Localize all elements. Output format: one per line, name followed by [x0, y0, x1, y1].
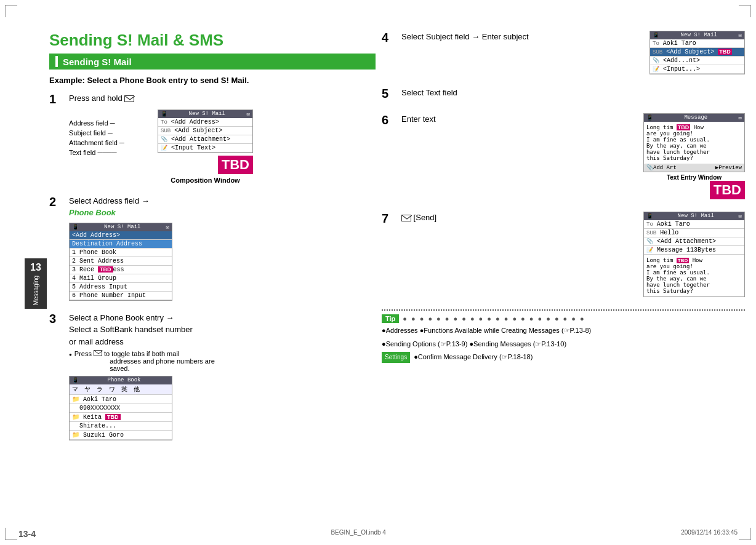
- field-label-address: Address field ─: [69, 119, 155, 127]
- date-info: 2009/12/14 16:33:45: [681, 529, 738, 539]
- screen2-row1: <Add Address>: [70, 231, 172, 240]
- screen7-row1: To Aoki Taro: [644, 220, 744, 229]
- screen6-header: 📱 Message ✉: [644, 114, 744, 122]
- step-3-screen: 📱 Phone Book マ ヤ ラ ワ 英 他 📁 Aoki Taro 090…: [69, 376, 376, 440]
- screen2-row6: 4 Mail Group: [70, 274, 172, 283]
- screen1-row4: 📝 <Input Text>: [158, 144, 252, 153]
- main-title: Sending S! Mail & SMS: [49, 31, 376, 50]
- step-2-text: Select Address field → Phone Book: [69, 195, 376, 219]
- screen1-row2: SUB <Add Subject>: [158, 127, 252, 135]
- step-7-screen: 📱 New S! Mail ✉ To Aoki Taro SUB Hello 📎…: [643, 212, 745, 297]
- step-6-number: 6: [382, 113, 396, 127]
- step-1: 1 Press and hold Address field ─: [49, 92, 376, 184]
- tip-dots: ● ● ● ● ● ● ● ● ● ● ● ● ● ● ● ● ● ● ● ● …: [403, 315, 585, 322]
- screen2-row5: 3 Rece TBDess: [70, 266, 172, 274]
- screen1-row3: 📎 <Add Attachment>: [158, 135, 252, 144]
- screen2-row8: 6 Phone Number Input: [70, 292, 172, 300]
- tbd-1: TBD: [158, 156, 253, 174]
- step-2-screen: 📱 New S! Mail ✉ <Add Address> Destinatio…: [69, 223, 376, 301]
- tip-text-settings: Settings ●Confirm Message Delivery (☞P.1…: [382, 352, 745, 363]
- tip-label: Tip: [382, 314, 399, 323]
- step-3-text: Select a Phone Book entry → Select a Sof…: [69, 312, 376, 348]
- screen2-row3: 1 Phone Book: [70, 249, 172, 257]
- tip-text-1: ●Addresses ●Functions Available while Cr…: [382, 325, 745, 336]
- chapter-sidebar: 13 Messaging: [25, 258, 47, 309]
- step-5: 5 Select Text field: [382, 87, 745, 101]
- step-3-content: Select a Phone Book entry → Select a Sof…: [69, 312, 376, 441]
- step-2-number: 2: [49, 195, 64, 209]
- field-label-subject: Subject field ─: [69, 129, 155, 137]
- screen1-header: 📱 New S! Mail ✉: [158, 110, 252, 118]
- step-1-content: Press and hold Address field ─ Subject f…: [69, 92, 376, 184]
- header-bar: [55, 56, 58, 67]
- screen7-row3: 📎 <Add Attachment>: [644, 237, 744, 246]
- composition-window-label: Composition Window: [158, 177, 253, 184]
- chapter-label: Messaging: [33, 276, 39, 305]
- step-3-number: 3: [49, 312, 64, 326]
- screen3-header: 📱 Phone Book: [70, 376, 172, 384]
- left-column: Sending S! Mail & SMS Sending S! Mail Ex…: [49, 31, 376, 452]
- step-3-bullet: Press to toggle tabs if both mail addres…: [69, 350, 376, 372]
- field-label-text: Text field ────: [69, 149, 155, 156]
- step-7-number: 7: [382, 212, 396, 226]
- mail-icon-step7: [401, 215, 411, 221]
- step-6-text: Enter text: [401, 113, 643, 125]
- section-title: Sending S! Mail: [63, 57, 132, 67]
- corner-tr: [739, 5, 751, 17]
- step-2: 2 Select Address field → Phone Book 📱 Ne…: [49, 195, 376, 301]
- step-4-text: Select Subject field → Enter subject: [401, 31, 649, 43]
- screen4-row1: To Aoki Taro: [650, 39, 744, 48]
- screen6-footer: 📎Add Art ▶Preview: [644, 164, 744, 172]
- step-6-content: Enter text: [401, 113, 643, 125]
- tip-header: Tip ● ● ● ● ● ● ● ● ● ● ● ● ● ● ● ● ● ● …: [382, 314, 745, 323]
- screen3-tabs: マ ヤ ラ ワ 英 他: [70, 384, 172, 395]
- step-7-content: [Send]: [401, 212, 643, 224]
- screen2-row4: 2 Sent Address: [70, 257, 172, 266]
- screen4-row2: SUB <Add Subject> TBD: [650, 48, 744, 57]
- screen4-row4: 📝 <Input...>: [650, 65, 744, 74]
- step-1-number: 1: [49, 92, 64, 106]
- corner-tl: [5, 5, 17, 17]
- screen1-title: New S! Mail: [189, 111, 225, 117]
- screen2-header: 📱 New S! Mail ✉: [70, 223, 172, 231]
- tip-text-2: ●Sending Options (☞P.13-9) ●Sending Mess…: [382, 339, 745, 350]
- step-6-screen: 📱 Message ✉ Long tim TBD How are you goi…: [643, 113, 745, 199]
- screen2-title: New S! Mail: [104, 224, 140, 231]
- screen3-row1: 📁 Aoki Taro: [70, 395, 172, 404]
- step-4-content: Select Subject field → Enter subject: [401, 31, 649, 43]
- step-7: 7 [Send] 📱 New S! Mail ✉ To Aok: [382, 212, 745, 297]
- step-4: 4 Select Subject field → Enter subject 📱…: [382, 31, 745, 74]
- screen3-row5: 📁 Suzuki Goro: [70, 431, 172, 440]
- screen4-header: 📱 New S! Mail ✉: [650, 31, 744, 39]
- step-1-text: Press and hold: [69, 92, 376, 105]
- screen7-header: 📱 New S! Mail ✉: [644, 212, 744, 220]
- section-header: Sending S! Mail: [49, 54, 376, 70]
- text-entry-window-label: Text Entry Window: [643, 174, 745, 181]
- chapter-number: 13: [30, 262, 41, 273]
- step-2-phonebook: Phone Book: [69, 208, 116, 217]
- step-1-screen: 📱 New S! Mail ✉ To <Add Address> SUB <Ad…: [158, 109, 253, 184]
- screen7-row4: 📝 Message 113Bytes: [644, 246, 744, 255]
- step-7-text: [Send]: [401, 212, 643, 224]
- screen2-row2: Destination Address: [70, 240, 172, 249]
- screen3-row4: Shirate...: [70, 422, 172, 431]
- corner-bl: [5, 528, 17, 540]
- file-info: BEGIN_E_OI.indb 4: [331, 529, 386, 539]
- right-column: 4 Select Subject field → Enter subject 📱…: [382, 31, 745, 363]
- field-label-attachment: Attachment field ─: [69, 139, 155, 146]
- screen3-row3: 📁 Keita TBD: [70, 413, 172, 422]
- corner-br: [739, 528, 751, 540]
- screen7-text: Long tim TBD How are you going! I am fin…: [644, 255, 744, 296]
- tip-section: Tip ● ● ● ● ● ● ● ● ● ● ● ● ● ● ● ● ● ● …: [382, 309, 745, 363]
- page-number: 13-4: [18, 529, 36, 539]
- screen4-row3: 📎 <Add...nt>: [650, 57, 744, 65]
- screen3-row2: 090XXXXXXXX: [70, 404, 172, 413]
- step-5-content: Select Text field: [401, 87, 457, 99]
- step-4-screen: 📱 New S! Mail ✉ To Aoki Taro SUB <Add Su…: [649, 31, 745, 74]
- settings-badge: Settings: [382, 352, 410, 363]
- screen7-row2: SUB Hello: [644, 229, 744, 237]
- step-6: 6 Enter text 📱 Message ✉ Long tim TBD Ho…: [382, 113, 745, 199]
- step-4-number: 4: [382, 31, 396, 45]
- step-3: 3 Select a Phone Book entry → Select a S…: [49, 312, 376, 441]
- toggle-icon: [94, 350, 102, 356]
